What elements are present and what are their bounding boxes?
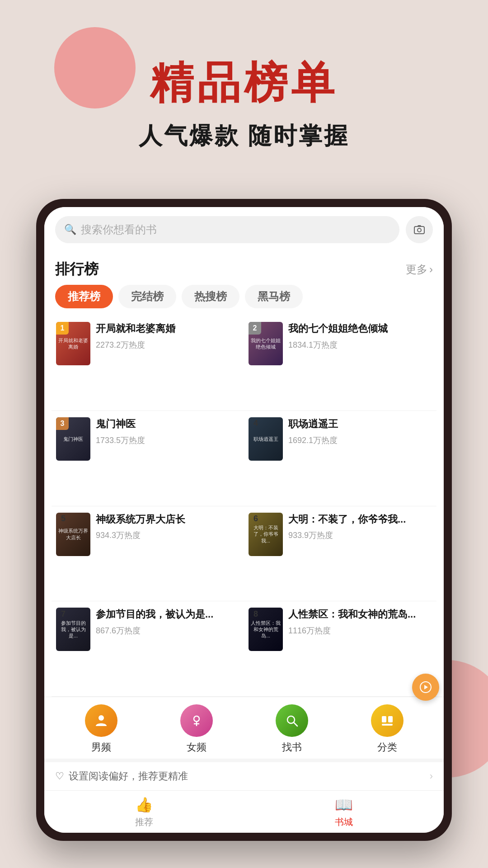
classify-label: 分类	[377, 741, 397, 754]
list-item[interactable]: 4 职场逍遥王 职场逍遥王 1692.1万热度	[244, 411, 436, 506]
svg-rect-0	[414, 226, 424, 234]
preference-banner[interactable]: ♡ 设置阅读偏好，推荐更精准 ›	[44, 759, 444, 790]
rank-badge-3: 3	[56, 417, 69, 430]
book-info-2: 我的七个姐姐绝色倾城 1834.1万热度	[288, 322, 432, 350]
book-info-4: 职场逍遥王 1692.1万热度	[288, 417, 432, 446]
male-label: 男频	[91, 741, 111, 754]
book-cover-4: 4 职场逍遥王	[249, 417, 283, 461]
rankings-more-button[interactable]: 更多 ›	[406, 262, 433, 277]
male-icon	[85, 704, 117, 737]
search-bar[interactable]: 🔍 搜索你想看的书	[55, 216, 399, 243]
book-cover-7: 7 参加节目的我，被认为是...	[56, 608, 90, 651]
book-cover-5: 5 神级系统万界大店长	[56, 513, 90, 556]
book-heat-1: 2273.2万热度	[96, 340, 239, 350]
book-title-3: 鬼门神医	[96, 417, 239, 431]
book-info-7: 参加节目的我，被认为是... 867.6万热度	[96, 608, 239, 636]
book-info-6: 大明：不装了，你爷爷我... 933.9万热度	[288, 513, 432, 541]
classify-icon	[371, 704, 404, 737]
list-item[interactable]: 2 我的七个姐姐绝色倾城 我的七个姐姐绝色倾城 1834.1万热度	[244, 316, 436, 411]
book-heat-2: 1834.1万热度	[288, 340, 432, 350]
list-item[interactable]: 5 神级系统万界大店长 神级系统万界大店长 934.3万热度	[52, 506, 244, 602]
search-icon: 🔍	[64, 224, 76, 236]
rank-badge-1: 1	[56, 322, 69, 335]
svg-rect-11	[388, 716, 393, 722]
rankings-section: 排行榜 更多 › 推荐榜 完结榜 热搜榜 黑马榜 1 开局就和	[44, 250, 444, 697]
bookstore-icon: 📖	[335, 796, 353, 813]
rankings-title: 排行榜	[55, 259, 99, 279]
book-title-6: 大明：不装了，你爷爷我...	[288, 513, 432, 527]
book-cover-2: 2 我的七个姐姐绝色倾城	[249, 322, 283, 365]
tab-finished[interactable]: 完结榜	[118, 285, 176, 308]
book-title-2: 我的七个姐姐绝色倾城	[288, 322, 432, 336]
book-title-4: 职场逍遥王	[288, 417, 432, 431]
female-label: 女频	[187, 741, 206, 754]
tab-hot[interactable]: 热搜榜	[182, 285, 239, 308]
hero-title: 精品榜单	[0, 59, 488, 107]
book-info-8: 人性禁区：我和女神的荒岛... 1116万热度	[288, 608, 432, 636]
rank-badge-6: 6	[249, 513, 262, 525]
audio-button[interactable]	[412, 674, 439, 697]
recommend-icon: 👍	[135, 796, 153, 813]
list-item[interactable]: 8 人性禁区：我和女神的荒岛... 人性禁区：我和女神的荒岛... 1116万热…	[244, 601, 436, 697]
list-item[interactable]: 6 大明：不装了，你爷爷我... 大明：不装了，你爷爷我... 933.9万热度	[244, 506, 436, 602]
svg-rect-2	[418, 225, 421, 227]
category-female[interactable]: 女频	[180, 704, 213, 754]
book-info-1: 开局就和老婆离婚 2273.2万热度	[96, 322, 239, 350]
rankings-header: 排行榜 更多 ›	[44, 250, 444, 285]
camera-button[interactable]	[406, 216, 433, 243]
phone-screen: 🔍 搜索你想看的书 排行榜 更多 ›	[44, 207, 444, 833]
rank-badge-4: 4	[249, 417, 262, 430]
book-heat-8: 1116万热度	[288, 625, 432, 636]
book-info-5: 神级系统万界大店长 934.3万热度	[96, 513, 239, 541]
rank-badge-8: 8	[249, 608, 262, 620]
preference-arrow-icon: ›	[430, 770, 433, 782]
rank-badge-7: 7	[57, 608, 70, 620]
search-placeholder-text: 搜索你想看的书	[81, 222, 157, 237]
category-male[interactable]: 男频	[85, 704, 117, 754]
preference-left: ♡ 设置阅读偏好，推荐更精准	[55, 769, 188, 783]
female-icon	[180, 704, 213, 737]
search-area: 🔍 搜索你想看的书	[44, 207, 444, 250]
book-heat-7: 867.6万热度	[96, 625, 239, 636]
categories-row: 男频 女频	[44, 704, 444, 754]
heart-icon: ♡	[55, 770, 64, 782]
book-heat-3: 1733.5万热度	[96, 435, 239, 446]
svg-line-9	[294, 722, 297, 726]
recommend-tab-label: 推荐	[135, 816, 153, 828]
category-find[interactable]: 找书	[276, 704, 308, 754]
book-title-7: 参加节目的我，被认为是...	[96, 608, 239, 622]
bookstore-tab-label: 书城	[335, 816, 353, 828]
book-cover-6: 6 大明：不装了，你爷爷我...	[249, 513, 283, 556]
rank-badge-2: 2	[249, 322, 261, 335]
tab-recommend-bottom[interactable]: 👍 推荐	[135, 796, 153, 828]
book-info-3: 鬼门神医 1733.5万热度	[96, 417, 239, 446]
book-title-8: 人性禁区：我和女神的荒岛...	[288, 608, 432, 622]
categories-section: 男频 女频	[44, 697, 444, 759]
tab-recommend[interactable]: 推荐榜	[55, 285, 113, 308]
hero-subtitle: 人气爆款 随时掌握	[0, 120, 488, 152]
svg-point-1	[418, 228, 421, 232]
tab-dark-horse[interactable]: 黑马榜	[245, 285, 303, 308]
find-label: 找书	[282, 741, 302, 754]
books-grid: 1 开局就和老婆离婚 开局就和老婆离婚 2273.2万热度 2 我的七个姐姐绝色…	[44, 316, 444, 697]
svg-point-4	[99, 715, 104, 721]
bottom-tabs: 👍 推荐 📖 书城	[44, 790, 444, 833]
category-classify[interactable]: 分类	[371, 704, 404, 754]
hero-section: 精品榜单 人气爆款 随时掌握	[0, 59, 488, 152]
phone-mockup: 🔍 搜索你想看的书 排行榜 更多 ›	[36, 199, 452, 841]
book-heat-5: 934.3万热度	[96, 530, 239, 541]
book-cover-3: 3 鬼门神医	[56, 417, 90, 461]
book-title-5: 神级系统万界大店长	[96, 513, 239, 527]
tab-bookstore-bottom[interactable]: 📖 书城	[335, 796, 353, 828]
svg-point-5	[194, 716, 199, 722]
svg-rect-12	[382, 724, 393, 726]
list-item[interactable]: 3 鬼门神医 鬼门神医 1733.5万热度	[52, 411, 244, 506]
list-item[interactable]: 7 参加节目的我，被认为是... 参加节目的我，被认为是... 867.6万热度	[52, 601, 244, 697]
list-item[interactable]: 1 开局就和老婆离婚 开局就和老婆离婚 2273.2万热度	[52, 316, 244, 411]
book-heat-4: 1692.1万热度	[288, 435, 432, 446]
tabs-row: 推荐榜 完结榜 热搜榜 黑马榜	[44, 285, 444, 316]
find-icon	[276, 704, 308, 737]
preference-text: 设置阅读偏好，推荐更精准	[69, 769, 188, 783]
book-heat-6: 933.9万热度	[288, 530, 432, 541]
svg-rect-10	[382, 716, 386, 722]
